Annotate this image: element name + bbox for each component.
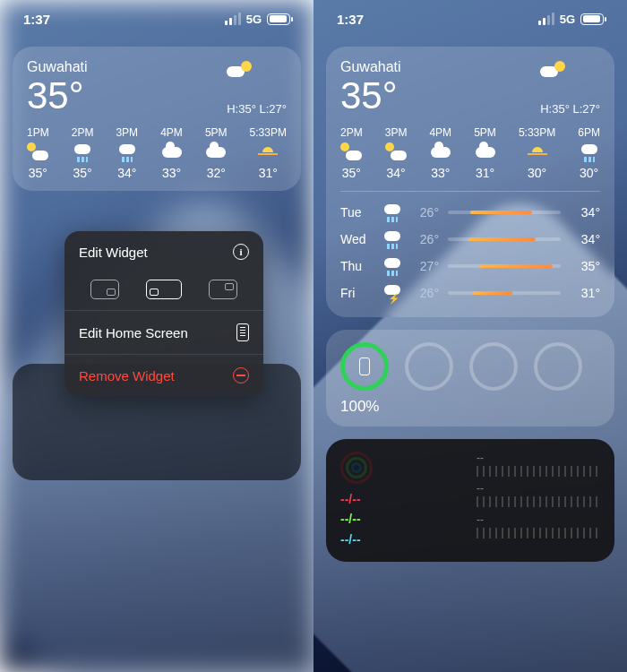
- hourly-item: 5PM31°: [474, 126, 496, 180]
- phone-icon: [359, 358, 370, 375]
- hour-temp: 35°: [73, 166, 91, 180]
- rain-icon: [579, 144, 600, 160]
- size-medium-button[interactable]: [146, 280, 182, 299]
- home-screen-icon: [236, 323, 249, 341]
- remove-widget-button[interactable]: Remove Widget: [64, 355, 263, 396]
- hour-temp: 34°: [117, 166, 136, 180]
- low-temp: 26°: [412, 205, 439, 220]
- thunder-icon: [382, 285, 403, 301]
- temp-range-bar: [448, 211, 561, 214]
- day-label: Thu: [340, 259, 373, 273]
- hour-temp: 33°: [431, 166, 450, 180]
- cloud-icon: [161, 144, 183, 160]
- rain-icon: [382, 231, 403, 247]
- battery-device-phone: [340, 342, 389, 391]
- hour-temp: 35°: [29, 166, 47, 180]
- hour-label: 5PM: [205, 126, 228, 139]
- battery-icon: [267, 13, 290, 25]
- rain-icon: [382, 204, 403, 220]
- hour-temp: 34°: [386, 166, 405, 180]
- hour-label: 2PM: [72, 126, 94, 139]
- current-temp: 35°: [27, 77, 88, 115]
- hour-label: 5:33PM: [519, 126, 555, 139]
- batteries-widget[interactable]: 100%: [326, 330, 614, 426]
- hourly-item: 5:33PM30°: [519, 126, 555, 180]
- rain-icon: [116, 144, 138, 160]
- fitness-widget[interactable]: --/-- --/-- --/-- -- -- --: [326, 439, 614, 562]
- high-low: H:35° L:27°: [540, 102, 600, 116]
- context-menu: Edit Widget i Edit Home Screen Remove Wi…: [64, 231, 263, 396]
- hourly-item: 5:33PM31°: [250, 126, 287, 180]
- hour-label: 3PM: [385, 126, 408, 139]
- remove-icon: [233, 367, 249, 383]
- daily-forecast: Tue26°34°Wed26°34°Thu27°35°Fri26°31°: [340, 191, 600, 306]
- activity-rings-icon: [340, 452, 373, 484]
- signal-icon: [225, 13, 241, 25]
- status-time: 1:37: [23, 12, 50, 27]
- hour-label: 2PM: [340, 126, 363, 139]
- exercise-chart: [477, 496, 600, 507]
- high-temp: 31°: [570, 286, 600, 300]
- partly-cloudy-icon: [540, 59, 565, 79]
- chart-value: --: [477, 452, 600, 464]
- cloud-icon: [430, 144, 451, 160]
- daily-row: Wed26°34°: [340, 226, 600, 253]
- hourly-forecast: 1PM35°2PM35°3PM34°4PM33°5PM32°5:33PM31°: [27, 126, 287, 180]
- weather-widget[interactable]: Guwahati 35° H:35° L:27° 1PM35°2PM35°3PM…: [13, 47, 301, 191]
- cloud-icon: [475, 144, 496, 160]
- chart-value: --: [477, 513, 600, 526]
- high-temp: 34°: [570, 232, 600, 246]
- info-icon: i: [233, 244, 249, 260]
- battery-device-empty: [405, 342, 453, 391]
- low-temp: 27°: [412, 259, 439, 273]
- temp-range-bar: [448, 291, 561, 295]
- daily-row: Fri26°31°: [340, 280, 600, 306]
- status-bar: 1:37 5G: [326, 0, 614, 38]
- hourly-item: 4PM33°: [429, 126, 451, 180]
- hourly-item: 6PM30°: [578, 126, 600, 180]
- cloud-icon: [205, 144, 227, 160]
- daily-row: Thu27°35°: [340, 253, 600, 280]
- hour-label: 5:33PM: [250, 126, 287, 139]
- high-temp: 35°: [570, 259, 600, 273]
- hour-label: 5PM: [474, 126, 496, 139]
- exercise-metric: --/--: [340, 509, 464, 529]
- hourly-item: 1PM35°: [27, 126, 49, 180]
- hour-label: 3PM: [116, 126, 138, 139]
- status-time: 1:37: [337, 12, 364, 27]
- move-metric: --/--: [340, 489, 464, 509]
- hour-temp: 32°: [207, 166, 226, 180]
- hourly-item: 4PM33°: [160, 126, 183, 180]
- stand-metric: --/--: [340, 530, 464, 549]
- hour-label: 6PM: [578, 126, 600, 139]
- status-bar: 1:37 5G: [13, 0, 301, 38]
- weather-widget-large[interactable]: Guwahati 35° H:35° L:27° 2PM35°3PM34°4PM…: [326, 47, 614, 317]
- hourly-item: 2PM35°: [72, 126, 94, 180]
- battery-icon: [580, 13, 604, 25]
- hour-temp: 33°: [162, 166, 181, 180]
- partly-cloudy-icon: [227, 59, 252, 79]
- sunset-icon: [257, 144, 279, 160]
- chart-value: --: [477, 482, 600, 495]
- suncloud-icon: [385, 144, 407, 160]
- battery-percent: 100%: [340, 398, 600, 416]
- hourly-item: 3PM34°: [116, 126, 138, 180]
- size-small-button[interactable]: [90, 280, 119, 299]
- current-temp: 35°: [340, 77, 401, 115]
- network-label: 5G: [560, 13, 575, 26]
- edit-home-screen-button[interactable]: Edit Home Screen: [64, 311, 263, 354]
- hourly-forecast: 2PM35°3PM34°4PM33°5PM31°5:33PM30°6PM30°: [340, 126, 600, 180]
- suncloud-icon: [27, 144, 48, 160]
- suncloud-icon: [340, 144, 362, 160]
- hourly-item: 5PM32°: [205, 126, 228, 180]
- edit-widget-label: Edit Widget: [79, 245, 148, 260]
- battery-device-empty: [469, 342, 518, 391]
- high-temp: 34°: [570, 205, 600, 220]
- city-label: Guwahati: [340, 59, 401, 75]
- size-large-button[interactable]: [209, 280, 237, 299]
- rain-icon: [72, 144, 93, 160]
- remove-widget-label: Remove Widget: [79, 368, 175, 383]
- edit-widget-button[interactable]: Edit Widget i: [64, 231, 263, 272]
- low-temp: 26°: [412, 232, 439, 246]
- day-label: Tue: [340, 205, 373, 220]
